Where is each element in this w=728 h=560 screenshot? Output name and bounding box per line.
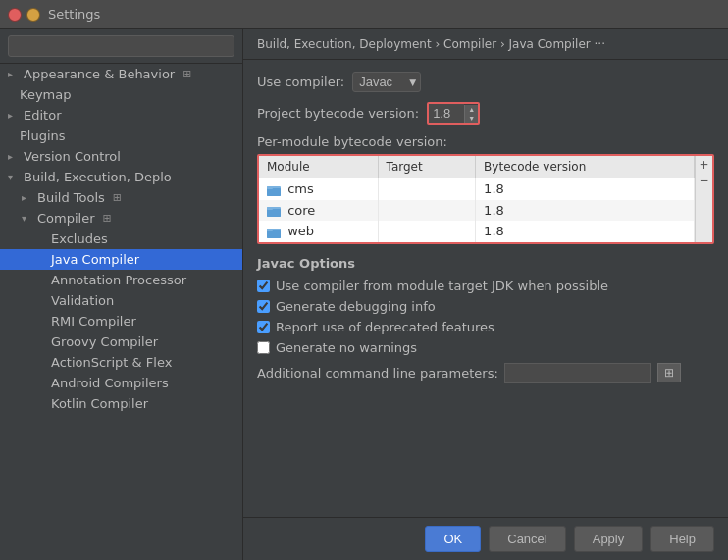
sidebar-item-appearance[interactable]: ▸ Appearance & Behavior ⊞: [0, 64, 242, 84]
sidebar-item-version-control[interactable]: ▸ Version Control: [0, 146, 242, 167]
help-button[interactable]: Help: [650, 526, 714, 552]
debugging-info-checkbox[interactable]: [257, 300, 270, 313]
cell-bytecode: 1.8: [476, 178, 695, 200]
sidebar-label: Kotlin Compiler: [51, 396, 148, 411]
sidebar-label: Compiler: [37, 211, 95, 226]
bytecode-table-wrapper: Module Target Bytecode version: [257, 154, 714, 244]
table-row: web 1.8: [259, 221, 695, 242]
search-box: [0, 29, 242, 64]
sidebar-label: Plugins: [20, 128, 66, 143]
page-icon: ⊞: [103, 212, 112, 225]
sidebar-item-actionscript-flex[interactable]: ActionScript & Flex: [0, 352, 242, 373]
title-bar: Settings: [0, 0, 728, 29]
folder-icon: [267, 183, 281, 197]
sidebar-label: Keymap: [20, 87, 71, 102]
bytecode-version-input[interactable]: [429, 104, 464, 123]
dialog-title: Settings: [48, 7, 100, 22]
arrow-icon: ▸: [8, 69, 20, 79]
folder-icon: [267, 226, 281, 239]
sidebar-item-keymap[interactable]: Keymap: [0, 84, 242, 105]
bytecode-version-label: Project bytecode version:: [257, 106, 419, 121]
no-warnings-checkbox-label: Generate no warnings: [276, 340, 417, 355]
cell-target: [378, 200, 476, 222]
svg-rect-1: [267, 188, 281, 196]
per-module-label: Per-module bytecode version:: [257, 134, 714, 149]
breadcrumb-text: Build, Execution, Deployment › Compiler …: [257, 37, 605, 51]
arrow-icon: ▾: [8, 172, 20, 182]
use-compiler-label: Use compiler:: [257, 75, 344, 89]
sidebar-label: Java Compiler: [51, 252, 139, 267]
sidebar-item-validation[interactable]: Validation: [0, 290, 242, 311]
svg-rect-7: [267, 230, 281, 238]
use-compiler-checkbox-label: Use compiler from module target JDK when…: [276, 279, 608, 293]
sidebar: ▸ Appearance & Behavior ⊞ Keymap ▸ Edito…: [0, 29, 243, 560]
bytecode-version-row: Project bytecode version: ▲ ▼: [257, 102, 714, 125]
minimize-button[interactable]: [26, 8, 40, 22]
page-icon: ⊞: [182, 68, 191, 80]
window-controls: [8, 8, 40, 22]
additional-cmd-input[interactable]: [504, 363, 651, 383]
cancel-button[interactable]: Cancel: [489, 526, 565, 552]
sidebar-item-annotation-processor[interactable]: Annotation Processor: [0, 270, 242, 290]
col-module: Module: [259, 156, 378, 178]
spin-up-button[interactable]: ▲: [465, 105, 478, 114]
svg-rect-4: [267, 209, 281, 217]
col-bytecode: Bytecode version: [476, 156, 695, 178]
sidebar-item-plugins[interactable]: Plugins: [0, 126, 242, 146]
deprecated-checkbox-label: Report use of deprecated features: [276, 320, 494, 334]
apply-button[interactable]: Apply: [574, 526, 644, 552]
sidebar-item-build-exec[interactable]: ▾ Build, Execution, Deplo: [0, 167, 242, 187]
ok-button[interactable]: OK: [425, 526, 481, 552]
remove-row-button[interactable]: −: [699, 174, 708, 187]
deprecated-checkbox[interactable]: [257, 321, 270, 333]
use-compiler-checkbox[interactable]: [257, 280, 270, 292]
spin-down-button[interactable]: ▼: [465, 114, 478, 123]
arrow-icon: ▸: [8, 151, 20, 162]
table-row: cms 1.8: [259, 178, 695, 200]
arrow-icon: ▸: [8, 110, 20, 121]
bytecode-table: Module Target Bytecode version: [259, 156, 695, 242]
arrow-icon: ▸: [22, 192, 33, 203]
use-compiler-row: Use compiler: Javac Eclipse Ajc: [257, 72, 714, 92]
sidebar-item-groovy-compiler[interactable]: Groovy Compiler: [0, 331, 242, 352]
checkbox-use-compiler: Use compiler from module target JDK when…: [257, 279, 714, 293]
additional-cmd-row: Additional command line parameters: ⊞: [257, 363, 714, 383]
use-compiler-select[interactable]: Javac Eclipse Ajc: [352, 72, 421, 92]
sidebar-label: Validation: [51, 293, 114, 308]
table-action-sidebar: + −: [695, 156, 712, 242]
javac-options-section: Javac Options Use compiler from module t…: [257, 256, 714, 383]
main-content: ▸ Appearance & Behavior ⊞ Keymap ▸ Edito…: [0, 29, 728, 560]
svg-rect-2: [267, 186, 273, 189]
close-button[interactable]: [8, 8, 22, 22]
sidebar-label: Groovy Compiler: [51, 334, 158, 349]
table-row: core 1.8: [259, 200, 695, 222]
per-module-section: Per-module bytecode version: Module Targ…: [257, 134, 714, 244]
cell-module: web: [259, 221, 378, 242]
sidebar-item-build-tools[interactable]: ▸ Build Tools ⊞: [0, 187, 242, 208]
settings-dialog: Settings ▸ Appearance & Behavior ⊞ Keyma…: [0, 0, 728, 560]
add-row-button[interactable]: +: [699, 158, 708, 172]
search-input[interactable]: [8, 35, 234, 57]
sidebar-label: Android Compilers: [51, 376, 169, 390]
spin-buttons: ▲ ▼: [464, 105, 478, 123]
sidebar-item-rmi-compiler[interactable]: RMI Compiler: [0, 311, 242, 331]
sidebar-item-excludes[interactable]: Excludes: [0, 229, 242, 249]
sidebar-item-kotlin-compiler[interactable]: Kotlin Compiler: [0, 393, 242, 414]
sidebar-label: Build, Execution, Deplo: [24, 170, 172, 184]
right-panel: Build, Execution, Deployment › Compiler …: [243, 29, 728, 560]
sidebar-item-editor[interactable]: ▸ Editor: [0, 105, 242, 126]
cell-target: [378, 221, 476, 242]
cell-target: [378, 178, 476, 200]
cmd-browse-button[interactable]: ⊞: [657, 363, 681, 382]
sidebar-item-java-compiler[interactable]: Java Compiler: [0, 249, 242, 270]
cell-module: cms: [259, 178, 378, 200]
cell-module: core: [259, 200, 378, 222]
breadcrumb: Build, Execution, Deployment › Compiler …: [243, 29, 728, 60]
no-warnings-checkbox[interactable]: [257, 341, 270, 354]
checkbox-debugging-info: Generate debugging info: [257, 299, 714, 314]
bytecode-input-wrapper: ▲ ▼: [427, 102, 480, 125]
sidebar-item-android-compilers[interactable]: Android Compilers: [0, 373, 242, 393]
col-target: Target: [378, 156, 476, 178]
sidebar-label: Version Control: [24, 149, 121, 164]
sidebar-item-compiler[interactable]: ▾ Compiler ⊞: [0, 208, 242, 229]
